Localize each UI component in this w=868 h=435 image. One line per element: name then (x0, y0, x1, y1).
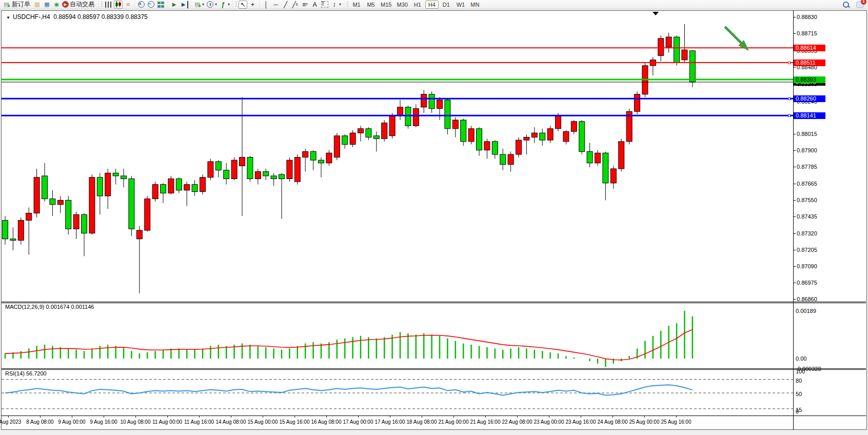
fibonacci-tool-icon[interactable]: ≡F (301, 1, 309, 9)
price-tick (793, 216, 796, 217)
toolbar-right: 1 (841, 1, 868, 9)
toolbar-group-chart-type: ≈ (98, 0, 134, 9)
cursor-icon[interactable]: ↖ (239, 1, 247, 9)
price-tick (793, 17, 796, 17)
price-tick-label: 0.87320 (797, 230, 817, 236)
chat-badge: 1 (861, 0, 866, 5)
macd-axis-label: 0.00 (796, 355, 806, 362)
channel-tool-icon[interactable]: ╱E (291, 1, 300, 9)
hline-price-label: 0.88511 (794, 60, 825, 66)
horizontal-line-tool-icon[interactable]: ─ (271, 1, 280, 9)
toolbar-group-drawing: │ ─ ╱ ╱E ≡F A T ↕ ▾ (259, 0, 344, 9)
periods-dropdown-icon[interactable]: ▾ (215, 2, 217, 7)
trendline-tool-icon[interactable]: ╱ (281, 1, 290, 9)
timeframe-h1[interactable]: H1 (411, 1, 424, 9)
time-tick (40, 416, 41, 418)
chart-shift-icon[interactable]: ▶ (180, 1, 188, 9)
chart-title-dropdown-icon[interactable]: ▼ (6, 15, 10, 20)
price-tick (793, 167, 796, 167)
macd-rsi-divider[interactable] (1, 368, 866, 370)
timeframe-d1[interactable]: D1 (440, 1, 453, 9)
time-tick (135, 416, 136, 418)
indicators-dropdown-icon[interactable]: ▾ (228, 2, 230, 7)
market-watch-icon[interactable]: ▥ (33, 1, 42, 9)
auto-scroll-icon[interactable]: ▶ (170, 1, 179, 9)
symbol-period-label: USDCHF-,H4 (13, 13, 50, 21)
price-tick-label: 0.87665 (797, 181, 817, 187)
time-axis-label: 25 Aug 16:00 (655, 419, 698, 425)
time-tick (676, 416, 677, 418)
time-tick (294, 416, 295, 418)
text-tool-icon[interactable]: A (310, 1, 319, 9)
toolbar-grip (235, 2, 237, 8)
rsi-axis-label: 100 (796, 368, 805, 374)
new-order-icon[interactable]: ▤+ (2, 1, 11, 9)
price-tick-label: 0.87435 (797, 213, 817, 220)
search-icon[interactable] (841, 1, 850, 9)
autotrading-label[interactable]: 自动交易 (70, 0, 94, 9)
line-handle[interactable] (788, 62, 791, 64)
price-tick-label: 0.87205 (797, 247, 817, 253)
line-handle[interactable] (788, 97, 791, 100)
time-tick (167, 416, 168, 418)
price-tick-label: 0.87785 (797, 164, 817, 170)
text-label-tool-icon[interactable]: T (320, 1, 329, 9)
timeframe-m30[interactable]: M30 (394, 1, 409, 9)
hline-price-label: 0.88260 (794, 95, 825, 102)
zoom-out-icon[interactable]: − (147, 1, 155, 9)
price-tick (793, 299, 796, 300)
price-tick-label: 0.86860 (797, 296, 817, 302)
refresh-icon[interactable]: ◉ (52, 1, 61, 9)
price-axis-line (793, 10, 794, 430)
main-macd-divider[interactable] (1, 302, 866, 303)
macd-axis-label: 0.00189 (796, 308, 816, 314)
indicators-icon[interactable]: ƒ (219, 1, 227, 9)
price-tick-label: 0.87550 (797, 197, 817, 203)
periods-clock-icon[interactable] (206, 1, 214, 9)
timeframe-mn[interactable]: MN (468, 1, 482, 9)
crosshair-icon[interactable]: + (248, 1, 257, 9)
new-order-label[interactable]: 新订单 (12, 0, 30, 9)
main-toolbar: ▤+ 新订单 ▥ ▦ ◉ ▶ 自动交易 ≈ + − ▶ ▶ ▤+ ▾ ▾ ƒ ▾… (0, 0, 868, 9)
line-chart-mode-icon[interactable]: ≈ (124, 1, 132, 9)
arrows-tool-icon[interactable]: ↕ (330, 1, 339, 9)
line-handle[interactable] (788, 114, 791, 117)
price-tick (793, 266, 796, 267)
new-chart-icon[interactable]: ▤+ (193, 1, 202, 9)
toolbar-grip (347, 2, 348, 8)
candles-glyph (115, 1, 122, 8)
zoom-in-icon[interactable]: + (137, 1, 146, 9)
plus-overlay-icon: + (198, 4, 201, 9)
price-tick (793, 184, 796, 184)
vertical-line-tool-icon[interactable]: │ (262, 1, 270, 9)
bar-chart-mode-icon[interactable] (104, 1, 113, 9)
price-tick (793, 33, 796, 34)
ohlc-quote-line: 0.88594 0.88597 0.88339 0.88375 (53, 13, 148, 21)
timeframe-m1[interactable]: M1 (350, 1, 363, 9)
toolbar-grip (101, 2, 103, 8)
bars-glyph (105, 2, 112, 8)
tile-windows-icon[interactable] (156, 1, 165, 9)
timeframe-h4[interactable]: H4 (425, 1, 439, 9)
time-tick (549, 416, 549, 418)
timeframe-w1[interactable]: W1 (454, 1, 467, 9)
hline-price-label: 0.88141 (794, 112, 825, 119)
timeframe-m5[interactable]: M5 (364, 1, 378, 9)
toolbar-group-scroll: ▶ ▶ (167, 0, 190, 9)
price-tick-label: 0.87090 (797, 263, 817, 269)
arrows-dropdown-icon[interactable]: ▾ (339, 2, 341, 7)
price-tick (793, 200, 796, 201)
chart-window-icon[interactable]: ▦ (43, 1, 51, 9)
chart-window[interactable] (1, 10, 867, 430)
new-chart-dropdown-icon[interactable]: ▾ (202, 2, 204, 7)
candlestick-mode-icon[interactable] (114, 1, 123, 9)
autotrading-icon[interactable]: ▶ (62, 1, 69, 8)
time-tick (485, 416, 486, 418)
time-tick (613, 416, 613, 418)
timeframe-m15[interactable]: M15 (379, 1, 393, 9)
rsi-axis-label: 0 (796, 408, 799, 414)
toolbar-group-zoom: + − (134, 0, 167, 9)
chat-icon[interactable]: 1 (856, 1, 864, 9)
price-tick (793, 283, 796, 283)
time-axis-line (1, 416, 866, 416)
